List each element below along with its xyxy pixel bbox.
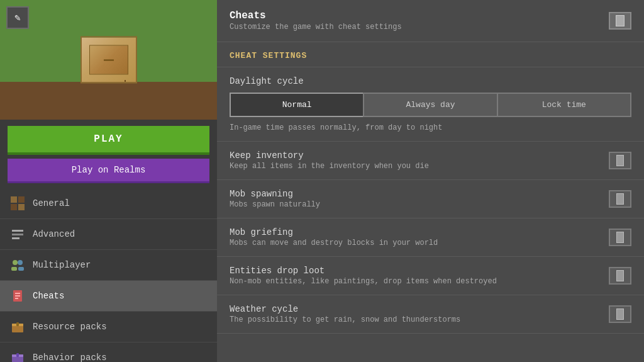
svg-rect-6	[12, 237, 19, 239]
mob-spawning-name: Mob spawning	[230, 189, 599, 199]
svg-rect-12	[15, 293, 20, 294]
sidebar-item-resource-packs[interactable]: Resource packs	[0, 312, 217, 342]
mob-spawning-row: Mob spawning Mobs spawn naturally	[217, 180, 644, 218]
svg-rect-1	[18, 196, 25, 203]
world-preview-sand-inner	[89, 45, 128, 75]
mob-griefing-desc: Mobs can move and destroy blocks in your…	[230, 239, 599, 247]
weather-cycle-desc: The possibility to get rain, snow and th…	[230, 315, 599, 324]
weather-cycle-info: Weather cycle The possibility to get rai…	[230, 304, 599, 324]
edit-world-button[interactable]: ✎	[6, 6, 29, 29]
weather-cycle-name: Weather cycle	[230, 304, 599, 314]
cheats-icon	[10, 288, 25, 303]
sidebar-item-behavior-packs[interactable]: Behavior packs	[0, 342, 217, 362]
mob-griefing-toggle[interactable]	[609, 229, 631, 246]
sidebar-item-advanced[interactable]: Advanced	[0, 219, 217, 250]
nav-items: General Advanced Multipla	[0, 188, 217, 362]
daylight-normal-button[interactable]: Normal	[230, 93, 363, 117]
weather-cycle-row: Weather cycle The possibility to get rai…	[217, 295, 644, 334]
multiplayer-icon	[10, 257, 25, 273]
mob-griefing-row: Mob griefing Mobs can move and destroy b…	[217, 218, 644, 257]
play-realms-button[interactable]: Play on Realms	[8, 159, 209, 183]
world-preview-sand-inner2	[104, 60, 114, 61]
sidebar-item-label-advanced: Advanced	[33, 229, 75, 239]
svg-rect-14	[15, 298, 18, 299]
svg-rect-2	[11, 204, 17, 210]
daylight-note: In-game time passes normally, from day t…	[230, 123, 631, 132]
mob-spawning-desc: Mobs spawn naturally	[230, 200, 599, 209]
entities-drop-loot-toggle[interactable]	[609, 267, 631, 285]
svg-rect-4	[12, 230, 23, 232]
entities-drop-loot-toggle-inner	[616, 270, 624, 281]
entities-drop-loot-name: Entities drop loot	[230, 266, 599, 276]
keep-inventory-info: Keep inventory Keep all items in the inv…	[230, 150, 599, 171]
daylight-lock-time-button[interactable]: Lock time	[497, 93, 631, 117]
sidebar-item-general[interactable]: General	[0, 188, 217, 219]
cheats-toggle-inner	[616, 15, 625, 26]
keep-inventory-desc: Keep all items in the inventory when you…	[230, 162, 599, 171]
keep-inventory-row: Keep inventory Keep all items in the inv…	[217, 142, 644, 180]
keep-inventory-toggle-inner	[616, 155, 624, 166]
svg-rect-3	[18, 204, 25, 210]
general-icon	[10, 196, 25, 211]
cheats-title: Cheats	[230, 10, 402, 21]
sidebar-item-multiplayer[interactable]: Multiplayer	[0, 250, 217, 281]
resource-packs-icon	[10, 319, 25, 334]
mob-griefing-toggle-inner	[616, 232, 624, 243]
play-button[interactable]: PLAY	[8, 126, 209, 155]
edit-icon: ✎	[14, 11, 21, 24]
world-preview-sand-block	[80, 37, 137, 84]
advanced-icon	[10, 227, 25, 242]
world-preview: ✎	[0, 0, 217, 120]
daylight-buttons: Normal Always day Lock time	[230, 93, 631, 117]
mob-griefing-name: Mob griefing	[230, 227, 599, 237]
sidebar-item-label-multiplayer: Multiplayer	[33, 260, 91, 270]
keep-inventory-name: Keep inventory	[230, 150, 599, 161]
entities-drop-loot-desc: Non-mob entities, like paintings, drop i…	[230, 277, 599, 286]
entities-drop-loot-row: Entities drop loot Non-mob entities, lik…	[217, 257, 644, 295]
sidebar-item-label-behavior-packs: Behavior packs	[33, 353, 107, 362]
cheats-toggle[interactable]	[609, 12, 631, 30]
daylight-label: Daylight cycle	[230, 76, 631, 86]
svg-rect-5	[12, 234, 23, 235]
mob-spawning-toggle[interactable]	[609, 190, 631, 208]
behavior-packs-icon	[10, 350, 25, 362]
svg-rect-10	[18, 267, 24, 271]
svg-point-8	[18, 260, 23, 265]
entities-drop-loot-info: Entities drop loot Non-mob entities, lik…	[230, 266, 599, 286]
world-preview-sand-inner3	[125, 81, 126, 82]
sidebar: ✎ PLAY Play on Realms General	[0, 0, 217, 362]
svg-rect-13	[15, 295, 20, 297]
cheats-description: Customize the game with cheat settings	[230, 23, 402, 31]
daylight-section: Daylight cycle Normal Always day Lock ti…	[217, 67, 644, 142]
mob-spawning-info: Mob spawning Mobs spawn naturally	[230, 189, 599, 209]
cheat-settings-header: CHEAT SETTINGS	[217, 42, 644, 67]
weather-cycle-toggle-inner	[616, 308, 624, 320]
weather-cycle-toggle[interactable]	[609, 305, 631, 323]
cheats-header-row: Cheats Customize the game with cheat set…	[217, 0, 644, 42]
content-panel: Cheats Customize the game with cheat set…	[217, 0, 644, 362]
sidebar-item-label-resource-packs: Resource packs	[33, 322, 107, 332]
svg-rect-17	[16, 322, 19, 326]
cheats-header-info: Cheats Customize the game with cheat set…	[230, 10, 402, 31]
svg-rect-0	[11, 196, 17, 203]
svg-rect-20	[16, 353, 19, 357]
sidebar-item-cheats[interactable]: Cheats	[0, 281, 217, 312]
world-preview-dirt	[0, 82, 217, 120]
svg-point-7	[13, 260, 18, 265]
mob-spawning-toggle-inner	[616, 193, 624, 205]
sidebar-item-label-cheats: Cheats	[33, 291, 64, 301]
sidebar-item-label-general: General	[33, 198, 70, 208]
keep-inventory-toggle[interactable]	[609, 152, 631, 169]
svg-rect-9	[11, 267, 17, 271]
mob-griefing-info: Mob griefing Mobs can move and destroy b…	[230, 227, 599, 247]
daylight-always-day-button[interactable]: Always day	[363, 93, 496, 117]
